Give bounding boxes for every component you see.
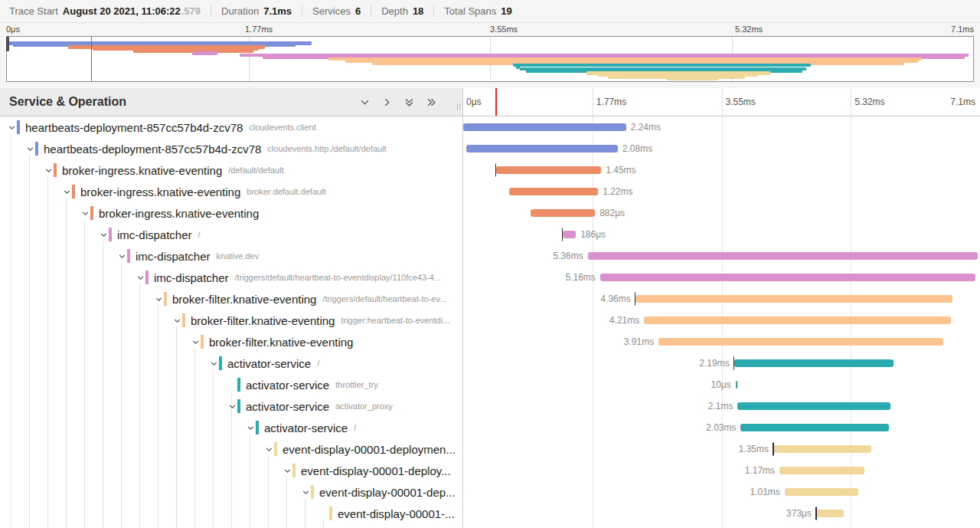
span-duration-bar[interactable]: [466, 145, 618, 152]
span-tree-row[interactable]: imc-dispatcher /: [0, 224, 462, 245]
span-duration-bar[interactable]: [563, 231, 577, 238]
span-bar-row[interactable]: 4.21ms: [463, 310, 980, 331]
span-tree-row[interactable]: activator-service /: [0, 417, 462, 438]
span-bar-row[interactable]: 1.45ms: [463, 159, 980, 181]
span-duration-bar[interactable]: [740, 424, 888, 431]
expand-chevron-icon[interactable]: [172, 316, 182, 325]
span-duration-bar[interactable]: [785, 488, 858, 496]
span-bar-row[interactable]: 5.16ms: [463, 267, 980, 288]
service-color-bar: [237, 378, 240, 392]
span-bar-row[interactable]: 5.36ms: [463, 245, 980, 267]
expand-chevron-icon[interactable]: [61, 188, 72, 196]
span-bar-row[interactable]: 10μs: [463, 374, 980, 395]
expand-chevron-icon[interactable]: [135, 274, 145, 282]
span-tree-row[interactable]: imc-dispatcher /triggers/default/heartbe…: [0, 267, 462, 288]
span-tree-row[interactable]: broker-ingress.knative-eventing /default…: [0, 159, 462, 181]
span-bar-row[interactable]: 2.03ms: [463, 417, 980, 438]
expand-chevron-icon[interactable]: [43, 166, 54, 175]
span-duration-bar[interactable]: [816, 510, 844, 517]
span-tree-row[interactable]: heartbeats-deployment-857cc57b4d-zcv78 c…: [0, 116, 462, 138]
expand-chevron-icon[interactable]: [245, 424, 256, 432]
service-color-bar: [35, 142, 38, 156]
span-bar-row[interactable]: 373μs: [463, 503, 980, 524]
span-bar-row[interactable]: 4.36ms: [463, 288, 980, 310]
expand-chevron-icon[interactable]: [227, 402, 237, 411]
collapse-one-level-icon[interactable]: [360, 97, 370, 107]
span-duration-bar[interactable]: [496, 166, 602, 174]
span-bar-row[interactable]: 2.19ms: [463, 353, 980, 374]
expand-chevron-icon[interactable]: [153, 295, 164, 303]
span-tree-row[interactable]: event-display-00001-deploy...: [0, 460, 462, 481]
span-duration-label: 5.36ms: [553, 251, 583, 261]
expand-chevron-icon[interactable]: [190, 338, 201, 346]
span-duration-bar[interactable]: [600, 274, 975, 281]
span-bar-row[interactable]: 2.24ms: [463, 116, 980, 138]
span-duration-bar[interactable]: [773, 445, 871, 453]
span-tree-row[interactable]: activator-service activator_proxy: [0, 395, 462, 417]
span-bar-row[interactable]: 1.22ms: [463, 181, 980, 202]
span-tree-row[interactable]: event-display-00001-deploymen...: [0, 438, 462, 460]
span-duration-bar[interactable]: [635, 295, 952, 303]
jaeger-trace-timeline-view: Trace Start August 20 2021, 11:06:22 .57…: [0, 0, 980, 528]
operation-name: /: [198, 230, 201, 239]
expand-chevron-icon[interactable]: [24, 145, 35, 153]
span-bar-row[interactable]: 3.91ms: [463, 331, 980, 353]
span-tree-row[interactable]: broker-filter.knative-eventing /triggers…: [0, 288, 462, 310]
span-tree-row[interactable]: event-display-00001-...: [0, 503, 462, 524]
span-duration-bar[interactable]: [588, 252, 978, 260]
span-duration-bar[interactable]: [736, 381, 738, 389]
expand-chevron-icon[interactable]: [300, 488, 311, 497]
span-duration-label: 4.36ms: [600, 294, 630, 304]
expand-chevron-icon[interactable]: [282, 467, 292, 475]
span-duration-bar[interactable]: [531, 209, 595, 217]
overview-tick-100: 7.1ms: [951, 25, 974, 34]
expand-chevron-icon[interactable]: [208, 359, 219, 368]
expand-chevron-icon[interactable]: [6, 123, 17, 132]
span-duration-label: 2.19ms: [699, 358, 729, 369]
trace-start-value: August 20 2021, 11:06:22: [63, 5, 181, 17]
expand-chevron-icon[interactable]: [80, 209, 90, 218]
minimap-left-scrubber[interactable]: [6, 37, 9, 51]
pane-resize-grip[interactable]: [457, 103, 460, 110]
span-tree-row[interactable]: heartbeats-deployment-857cc57b4d-zcv78 c…: [0, 138, 462, 159]
span-tree-row[interactable]: activator-service /: [0, 353, 462, 374]
span-duration-bar[interactable]: [734, 359, 893, 367]
span-bar-row[interactable]: 882μs: [463, 202, 980, 224]
span-duration-bar[interactable]: [644, 316, 950, 324]
span-tree-row[interactable]: broker-ingress.knative-eventing broker:d…: [0, 181, 462, 202]
span-bar-row[interactable]: 1.17ms: [463, 460, 980, 481]
depth-label: Depth: [381, 5, 408, 17]
expand-chevron-icon[interactable]: [263, 445, 274, 454]
span-tree-row[interactable]: event-display-00001-dep...: [0, 481, 462, 503]
span-duration-bar[interactable]: [737, 402, 890, 410]
span-tree-row[interactable]: broker-ingress.knative-eventing: [0, 202, 462, 224]
span-bar-row[interactable]: 186μs: [463, 224, 980, 245]
operation-name: cloudevents.client: [249, 123, 315, 132]
span-bar-row[interactable]: 1.01ms: [463, 481, 980, 503]
total-spans-label: Total Spans: [444, 5, 496, 17]
span-duration-bar[interactable]: [509, 188, 598, 195]
expand-one-level-icon[interactable]: [404, 97, 414, 107]
span-duration-bar[interactable]: [463, 123, 626, 131]
expand-chevron-icon[interactable]: [98, 231, 109, 239]
span-duration-bar[interactable]: [779, 467, 864, 474]
span-tree-row[interactable]: activator-service throttler_try: [0, 374, 462, 395]
span-tree-row[interactable]: imc-dispatcher knative.dev: [0, 245, 462, 267]
operation-name: /: [317, 359, 319, 368]
span-tree-row[interactable]: broker-filter.knative-eventing: [0, 331, 462, 353]
timeline-ruler: 0μs 1.77ms 3.55ms 5.32ms 7.1ms: [463, 88, 980, 116]
span-bar-row[interactable]: 2.08ms: [463, 138, 980, 159]
span-duration-bar[interactable]: [658, 338, 943, 346]
collapse-all-icon[interactable]: [382, 97, 392, 107]
trace-start-label: Trace Start: [9, 5, 58, 17]
trace-overview-minimap[interactable]: [6, 36, 974, 82]
span-tree-row[interactable]: broker-filter.knative-eventing trigger:h…: [0, 310, 462, 331]
expand-chevron-icon[interactable]: [116, 252, 127, 261]
span-duration-label: 1.17ms: [745, 465, 775, 476]
span-bar-row[interactable]: 2.1ms: [463, 395, 980, 417]
span-tree-pane: heartbeats-deployment-857cc57b4d-zcv78 c…: [0, 116, 463, 528]
expand-all-icon[interactable]: [426, 97, 436, 107]
span-bar-row[interactable]: 1.35ms: [463, 438, 980, 460]
timeline-header-row: Service & Operation 0μs: [0, 88, 980, 116]
span-duration-label: 1.22ms: [603, 186, 632, 197]
